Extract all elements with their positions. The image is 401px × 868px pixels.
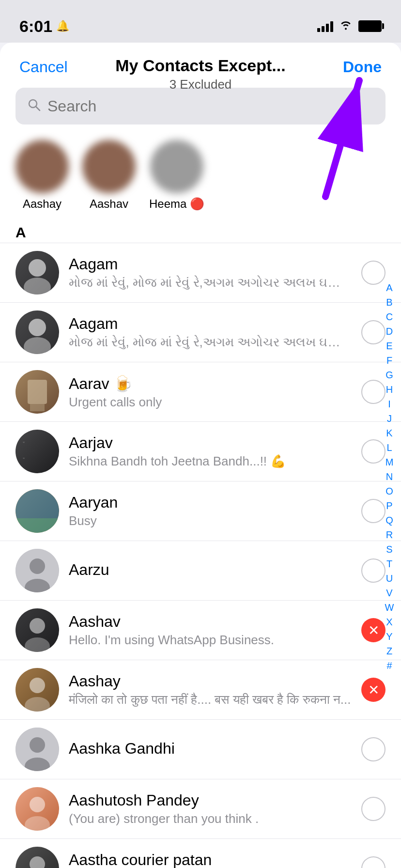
- svg-point-17: [30, 618, 45, 634]
- contact-radio[interactable]: [361, 380, 386, 404]
- contact-avatar-aashutosh: [15, 787, 59, 831]
- index-letter-X[interactable]: X: [384, 615, 395, 629]
- contact-item-aashay[interactable]: Aashay मंजिलो का तो कुछ पता नहीं है.... …: [0, 660, 401, 720]
- contact-item-aarav[interactable]: Aarav 🍺 Urgent calls only: [0, 362, 401, 422]
- svg-text:": ": [23, 457, 25, 462]
- index-letter-P[interactable]: P: [384, 499, 395, 512]
- wifi-icon: [339, 19, 353, 33]
- svg-rect-9: [30, 404, 45, 411]
- contact-excluded-badge[interactable]: ✕: [361, 678, 386, 702]
- svg-point-22: [30, 737, 45, 753]
- index-letter-O[interactable]: O: [384, 484, 395, 498]
- index-letter-C[interactable]: C: [384, 310, 395, 324]
- contact-info-aarav: Aarav 🍺 Urgent calls only: [69, 374, 352, 410]
- index-letter-V[interactable]: V: [384, 586, 395, 600]
- contact-avatar-aagam-2: [15, 310, 59, 354]
- contact-avatar-aashka: [15, 728, 59, 771]
- contact-item-aagam-1[interactable]: Aagam મોજ માં રેવું, મોજ માં રેવું રે,અગ…: [0, 243, 401, 303]
- index-letter-E[interactable]: E: [384, 339, 395, 353]
- index-letter-B[interactable]: B: [384, 295, 395, 309]
- svg-point-7: [24, 337, 51, 354]
- svg-rect-8: [28, 380, 47, 404]
- contact-info-aashka: Aashka Gandhi: [69, 740, 352, 760]
- contact-status: Busy: [69, 513, 352, 528]
- excluded-name-1: Aashay: [23, 197, 62, 211]
- index-letter-S[interactable]: S: [384, 542, 395, 556]
- excluded-avatar-2: Aashav: [82, 140, 136, 211]
- svg-point-4: [29, 259, 46, 277]
- index-letter-Z[interactable]: Z: [384, 644, 395, 658]
- svg-point-20: [25, 697, 50, 712]
- contact-radio[interactable]: [361, 797, 386, 821]
- svg-point-26: [30, 856, 45, 868]
- svg-rect-13: [15, 518, 59, 533]
- contact-info-aarjav: Aarjav Sikhna Bandh toh Jeetna Bandh...!…: [69, 434, 352, 469]
- contact-item-aashka[interactable]: Aashka Gandhi: [0, 720, 401, 779]
- contact-excluded-badge[interactable]: ✕: [361, 618, 386, 642]
- contact-radio[interactable]: [361, 439, 386, 464]
- section-label-a: A: [15, 224, 26, 240]
- contact-status: મોજ માં રેવું, મોજ માં રેવું રે,અગમ અગોચ…: [69, 275, 352, 290]
- contact-name: Aashav: [69, 613, 352, 631]
- alphabet-index: ABCDEFGHIJKLMNOPQRSTUVWXYZ#: [384, 281, 395, 672]
- contact-item-aarzu[interactable]: Aarzu: [0, 541, 401, 601]
- contact-avatar-aarav: [15, 370, 59, 414]
- index-letter-#[interactable]: #: [384, 659, 395, 672]
- index-letter-W[interactable]: W: [384, 601, 395, 614]
- cancel-button[interactable]: Cancel: [19, 56, 68, 76]
- contact-avatar-aagam-1: [15, 251, 59, 294]
- contact-name: Aarav 🍺: [69, 374, 352, 393]
- index-letter-F[interactable]: F: [384, 354, 395, 367]
- index-letter-D[interactable]: D: [384, 325, 395, 338]
- contact-avatar-aarjav: "": [15, 430, 59, 473]
- contact-name: Aashka Gandhi: [69, 740, 352, 758]
- excluded-name-2: Aashav: [90, 197, 128, 211]
- contact-status: મોજ માં રેવું, મોજ માં રેવું રે,અગમ અગોચ…: [69, 335, 352, 350]
- contact-item-aastha[interactable]: Aastha courier patan Hey there! I am usi…: [0, 839, 401, 868]
- index-letter-A[interactable]: A: [384, 281, 395, 294]
- index-letter-R[interactable]: R: [384, 528, 395, 542]
- contact-radio[interactable]: [361, 320, 386, 344]
- index-letter-T[interactable]: T: [384, 557, 395, 571]
- index-letter-L[interactable]: L: [384, 441, 395, 454]
- contact-status: Urgent calls only: [69, 395, 352, 410]
- svg-point-24: [30, 797, 45, 812]
- contact-item-aagam-2[interactable]: Aagam મોજ માં રેવું, મોજ માં રેવું રે,અગ…: [0, 303, 401, 362]
- search-input[interactable]: [47, 97, 374, 115]
- svg-point-5: [24, 278, 51, 294]
- excluded-avatar-image-2: [82, 140, 136, 193]
- contact-radio[interactable]: [361, 499, 386, 523]
- index-letter-Y[interactable]: Y: [384, 630, 395, 643]
- index-letter-Q[interactable]: Q: [384, 513, 395, 527]
- contact-info-aashav: Aashav Hello. I'm using WhatsApp Busines…: [69, 613, 352, 648]
- contact-radio[interactable]: [361, 737, 386, 761]
- contact-name: Aaryan: [69, 494, 352, 512]
- modal-title: My Contacts Except...: [115, 56, 285, 75]
- index-letter-K[interactable]: K: [384, 426, 395, 440]
- index-letter-H[interactable]: H: [384, 383, 395, 396]
- contact-radio[interactable]: [361, 856, 386, 868]
- contact-radio[interactable]: [361, 558, 386, 583]
- contact-item-aaryan[interactable]: Aaryan Busy: [0, 481, 401, 541]
- contact-item-aashutosh[interactable]: Aashutosh Pandey (You are) stronger than…: [0, 779, 401, 839]
- contact-item-aarjav[interactable]: "" Aarjav Sikhna Bandh toh Jeetna Bandh.…: [0, 422, 401, 481]
- index-letter-J[interactable]: J: [384, 412, 395, 425]
- index-letter-I[interactable]: I: [384, 397, 395, 411]
- contact-list: Aagam મોજ માં રેવું, મોજ માં રેવું રે,અગ…: [0, 243, 401, 868]
- contact-item-aashav[interactable]: Aashav Hello. I'm using WhatsApp Busines…: [0, 601, 401, 660]
- svg-text:": ": [23, 441, 25, 446]
- done-button[interactable]: Done: [343, 56, 382, 76]
- contact-radio[interactable]: [361, 261, 386, 285]
- battery-icon: [358, 20, 382, 32]
- contact-avatar-aarzu: [15, 549, 59, 592]
- index-letter-G[interactable]: G: [384, 368, 395, 382]
- contact-status: (You are) stronger than you think .: [69, 811, 352, 826]
- index-letter-N[interactable]: N: [384, 470, 395, 483]
- section-header-a: A: [0, 220, 401, 243]
- search-bar[interactable]: [15, 88, 386, 124]
- index-letter-M[interactable]: M: [384, 455, 395, 469]
- svg-point-2: [29, 100, 37, 108]
- index-letter-U[interactable]: U: [384, 572, 395, 585]
- signal-icon: [317, 20, 333, 32]
- contact-avatar-aashav: [15, 608, 59, 652]
